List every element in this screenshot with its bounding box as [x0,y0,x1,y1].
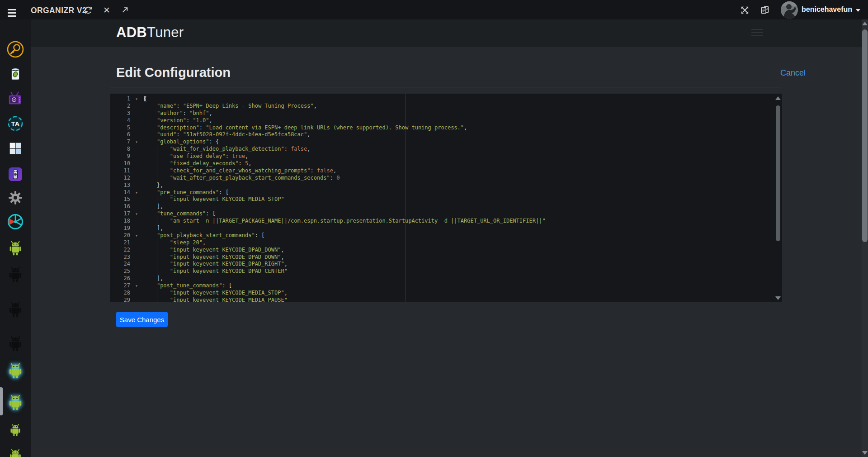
line-number: 12 [110,175,133,182]
purple-tv-icon[interactable] [0,90,31,108]
refresh-icon[interactable] [82,4,94,16]
topbar-title: ORGANIZR V2 [31,6,87,15]
fold-marker-icon[interactable]: ▾ [133,189,140,196]
code-line[interactable]: 13 }, [110,182,782,189]
fold-marker-icon[interactable] [133,131,140,138]
android-green-icon[interactable] [0,239,31,257]
user-menu[interactable]: benicehavefun [802,5,860,14]
code-line[interactable]: 2 "name": "ESPN+ Deep Links - Show Tunin… [110,103,782,110]
fold-marker-icon[interactable] [133,297,140,302]
settings-gear-icon[interactable] [0,189,31,206]
code-line[interactable]: 17▾ "tune_commands": [ [110,210,782,218]
code-line[interactable]: 27▾ "post_tune_commands": [ [110,282,782,290]
fold-marker-icon[interactable] [133,117,140,124]
fold-marker-icon[interactable]: ▾ [133,282,140,290]
avatar[interactable] [781,1,798,19]
editor-scrollbar-thumb[interactable] [776,105,780,241]
fold-marker-icon[interactable] [133,261,140,268]
fold-marker-icon[interactable] [133,103,140,110]
code-line[interactable]: 22 "input keyevent KEYCODE_DPAD_DOWN", [110,247,782,254]
fold-marker-icon[interactable]: ▾ [133,210,140,218]
code-line[interactable]: 20▾ "post_playback_start_commands": [ [110,232,782,239]
code-line[interactable]: 6 "uuid": "51af5028-092f-4ddc-b4ea-d5e5f… [110,131,782,138]
page-scrollbar-thumb[interactable] [862,29,868,242]
fold-marker-icon[interactable] [133,182,140,189]
hamburger-menu-icon[interactable] [8,9,16,19]
close-icon[interactable]: ✕ [100,4,113,16]
code-line[interactable]: 10 "fixed_delay_seconds": 5, [110,160,782,167]
fold-marker-icon[interactable] [133,110,140,117]
media-reel-icon[interactable] [0,213,31,231]
save-button[interactable]: Save Changes [116,312,168,327]
cancel-link[interactable]: Cancel [780,68,806,78]
code-line[interactable]: 11 "check_for_and_clear_whos_watching_pr… [110,167,782,175]
news-icon[interactable]: A [759,4,771,16]
code-line[interactable]: 19 ], [110,225,782,232]
fold-marker-icon[interactable] [133,275,140,282]
fold-marker-icon[interactable] [133,203,140,210]
android-glow-icon[interactable] [0,361,31,380]
olivetin-can-icon[interactable] [0,66,31,82]
tubearchivist-icon[interactable] [0,114,31,133]
android-green-small-icon[interactable] [0,422,31,438]
code-line[interactable]: 29 "input keyevent KEYCODE_MEDIA_PAUSE" [110,297,782,302]
code-line[interactable]: 21 "sleep 20", [110,239,782,247]
code-line[interactable]: 24 "input keyevent KEYCODE_DPAD_RIGHT", [110,261,782,268]
sidebar [0,19,31,457]
svg-text:A: A [766,7,769,10]
fold-marker-icon[interactable]: ▾ [133,138,140,146]
fold-marker-icon[interactable] [133,247,140,254]
fold-marker-icon[interactable] [133,196,140,203]
scroll-up-arrow-icon[interactable] [775,96,781,100]
code-line[interactable]: 7▾ "global_options": { [110,138,782,146]
fold-marker-icon[interactable] [133,268,140,275]
android-partial-icon[interactable] [0,447,31,457]
code-text: "name": "ESPN+ Deep Links - Show Tuning … [140,103,317,110]
fold-marker-icon[interactable]: ▾ [133,95,140,103]
code-line[interactable]: 18 "am start -n ||TARGET_PACKAGE_NAME||/… [110,218,782,225]
code-line[interactable]: 16 ], [110,203,782,210]
android-dark-icon[interactable] [0,300,31,319]
jackett-search-icon[interactable] [0,40,31,58]
fold-marker-icon[interactable] [133,175,140,182]
fold-marker-icon[interactable] [133,124,140,132]
fold-marker-icon[interactable] [133,254,140,261]
fullscreen-icon[interactable] [738,4,751,16]
code-line[interactable]: 15 "input keyevent KEYCODE_MEDIA_STOP" [110,196,782,203]
code-line[interactable]: 5 "description": "Load content via ESPN+… [110,124,782,132]
fold-marker-icon[interactable] [133,225,140,232]
android-dark-icon[interactable] [0,334,31,353]
json-code-editor[interactable]: 1▾{2 "name": "ESPN+ Deep Links - Show Tu… [110,94,782,302]
fold-marker-icon[interactable]: ▾ [133,232,140,239]
remote-app-icon[interactable] [0,165,31,183]
code-line[interactable]: 8 "wait_for_video_playback_detection": f… [110,146,782,153]
page-scroll-down-icon[interactable] [862,451,868,455]
code-line[interactable]: 4 "version": "1.0", [110,117,782,124]
code-line[interactable]: 3 "author": "bnhf", [110,110,782,117]
code-line[interactable]: 26 ], [110,275,782,282]
android-glow-active-icon[interactable] [0,393,31,412]
android-dark-icon[interactable] [0,265,31,284]
fold-marker-icon[interactable] [133,146,140,153]
navbar-toggler-icon[interactable] [751,29,763,38]
code-area[interactable]: 1▾{2 "name": "ESPN+ Deep Links - Show Tu… [110,95,782,302]
code-line[interactable]: 12 "wait_after_post_playback_start_comma… [110,175,782,182]
page-scroll-up-icon[interactable] [862,22,868,25]
fold-marker-icon[interactable] [133,153,140,160]
window-tiles-icon[interactable] [0,140,31,157]
fold-marker-icon[interactable] [133,218,140,225]
code-text: "pre_tune_commands": [ [140,189,229,196]
code-line[interactable]: 25 "input keyevent KEYCODE_DPAD_CENTER" [110,268,782,275]
code-line[interactable]: 23 "input keyevent KEYCODE_DPAD_DOWN", [110,254,782,261]
fold-marker-icon[interactable] [133,290,140,297]
fold-marker-icon[interactable] [133,167,140,175]
code-line[interactable]: 1▾{ [110,95,782,103]
code-line[interactable]: 9 "use_fixed_delay": true, [110,153,782,160]
code-line[interactable]: 14▾ "pre_tune_commands": [ [110,189,782,196]
fold-marker-icon[interactable] [133,239,140,247]
fold-marker-icon[interactable] [133,160,140,167]
code-line[interactable]: 28 "input keyevent KEYCODE_MEDIA_STOP", [110,290,782,297]
code-text: "fixed_delay_seconds": 5, [140,160,251,167]
scroll-down-arrow-icon[interactable] [775,296,781,300]
open-external-icon[interactable] [118,4,131,16]
